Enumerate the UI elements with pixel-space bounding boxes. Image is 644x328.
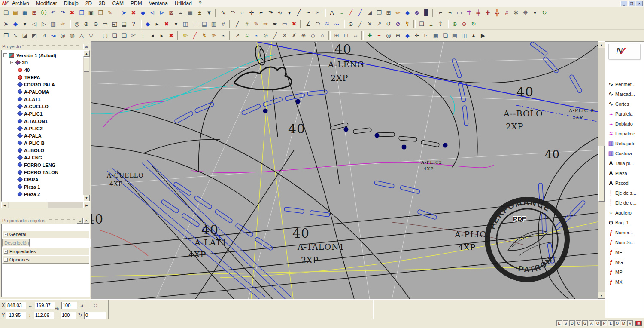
toolbar-icon[interactable]: ▭: [280, 19, 289, 29]
minimize-button[interactable]: _: [620, 1, 627, 6]
panel-pin-icon[interactable]: ⊡: [77, 218, 83, 224]
tool-item[interactable]: ∿ Perimet...: [605, 79, 644, 89]
toolbar-icon[interactable]: ⌂: [318, 31, 327, 40]
quick-key-button[interactable]: A: [589, 320, 594, 326]
toolbar-icon[interactable]: [447, 20, 449, 28]
toolbar-icon[interactable]: [432, 9, 434, 17]
tree-item[interactable]: Pieza 1: [3, 183, 90, 190]
menu-item[interactable]: PDM: [127, 0, 146, 7]
toolbar-icon[interactable]: ?: [129, 19, 138, 29]
tree-item[interactable]: FORRO LENG: [3, 161, 90, 169]
quick-key-button[interactable]: L: [608, 320, 614, 326]
section-general[interactable]: − General: [2, 230, 89, 238]
tree-item[interactable]: 40: [3, 66, 90, 74]
snap-settings-icon[interactable]: ∷: [92, 302, 99, 309]
toolbar-icon[interactable]: ⊘: [393, 19, 403, 29]
toolbar-icon[interactable]: ✗: [289, 31, 299, 40]
tree-item[interactable]: A-PLIC2: [3, 125, 90, 132]
toolbar-icon[interactable]: ✑: [58, 19, 67, 29]
toolbar-icon[interactable]: [116, 9, 118, 17]
toolbar-icon[interactable]: ⌐: [256, 8, 266, 18]
toolbar-icon[interactable]: ▸: [152, 19, 162, 29]
quick-key-button[interactable]: Q: [614, 320, 620, 326]
toolbar-icon[interactable]: #: [219, 19, 228, 29]
toolbar-icon[interactable]: ✎: [252, 19, 261, 29]
toolbar-icon[interactable]: ⊳: [157, 8, 167, 18]
toolbar-icon[interactable]: ◠: [228, 8, 237, 18]
toolbar-icon[interactable]: ↺: [384, 19, 393, 29]
toolbar-icon[interactable]: ⊡: [341, 31, 351, 40]
tree-item[interactable]: A-PALOMA: [3, 88, 90, 95]
tool-item[interactable]: ƒ MG: [605, 257, 644, 267]
toolbar-icon[interactable]: [324, 9, 326, 17]
toolbar-icon[interactable]: [413, 20, 416, 28]
toolbar-icon[interactable]: ╱: [233, 19, 242, 29]
toolbar-icon[interactable]: ⊞: [384, 8, 393, 18]
toolbar-icon[interactable]: ✕: [365, 19, 374, 29]
toolbar-icon[interactable]: ✒: [270, 19, 280, 29]
toolbar-icon[interactable]: ◁: [30, 19, 39, 29]
toolbar-icon[interactable]: ✖: [289, 19, 299, 29]
tool-item[interactable]: ⊙ Boq. 1: [605, 218, 644, 227]
toolbar-icon[interactable]: ⌐: [436, 8, 445, 18]
toolbar-icon[interactable]: ≍: [176, 8, 185, 18]
tool-item[interactable]: ƒ MX: [605, 277, 644, 287]
panel-grip[interactable]: [47, 219, 75, 222]
menu-item[interactable]: Archivo: [9, 0, 33, 7]
toolbar-icon[interactable]: ◎: [384, 31, 393, 40]
menu-item[interactable]: CAM: [109, 0, 127, 7]
toolbar-icon[interactable]: [328, 31, 331, 40]
toolbar-icon[interactable]: ⇕: [436, 19, 445, 29]
quick-key-button[interactable]: P: [601, 320, 607, 326]
toolbar-icon[interactable]: ⇈: [464, 8, 474, 18]
toolbar-icon[interactable]: ↗: [233, 31, 242, 40]
y-coordinate-input[interactable]: [6, 312, 26, 319]
section-opciones[interactable]: + Opciones: [2, 256, 89, 264]
panel-close-icon[interactable]: ✕: [83, 218, 89, 224]
tree-item[interactable]: FORRO PALA: [3, 81, 90, 88]
tree-vertical-scrollbar[interactable]: ▲ ▼: [83, 50, 90, 201]
toolbar-icon[interactable]: ✖: [67, 8, 77, 18]
toolbar-icon[interactable]: ⇔: [351, 31, 360, 40]
toolbar-icon[interactable]: ╬: [492, 8, 502, 18]
toolbar-icon[interactable]: ◆: [138, 8, 148, 18]
toolbar-icon[interactable]: #: [502, 8, 511, 18]
toolbar-icon[interactable]: ◎: [58, 31, 67, 40]
toolbar-icon[interactable]: ▤: [450, 31, 459, 40]
toolbar-icon[interactable]: ✛: [412, 31, 422, 40]
toolbar-icon[interactable]: ↘: [11, 31, 20, 40]
tree-item[interactable]: TREPA: [3, 74, 90, 81]
toolbar-icon[interactable]: ▣: [86, 8, 96, 18]
toolbar-icon[interactable]: ↷: [58, 8, 67, 18]
scroll-down-icon[interactable]: ▼: [598, 292, 605, 299]
toolbar-icon[interactable]: ◂: [148, 31, 157, 40]
toolbar-icon[interactable]: ╱: [270, 31, 280, 40]
toolbar-icon[interactable]: ○: [237, 8, 247, 18]
toolbar-icon[interactable]: −: [374, 31, 384, 40]
x-coordinate-input[interactable]: [6, 302, 26, 309]
toolbar-icon[interactable]: ≋: [322, 19, 332, 29]
toolbar-icon[interactable]: ❐: [374, 8, 384, 18]
toolbar-icon[interactable]: [229, 20, 231, 28]
toolbar-icon[interactable]: ✏: [393, 8, 403, 18]
toolbar-icon[interactable]: ⋮: [138, 31, 148, 40]
scroll-left-icon[interactable]: ◀: [1, 202, 8, 208]
close-button[interactable]: ✕: [636, 1, 643, 6]
scale-lock-icon[interactable]: ⊿: [78, 302, 85, 309]
toolbar-icon[interactable]: ✖: [167, 31, 176, 40]
tree-horizontal-scrollbar[interactable]: ◀ ▶: [1, 202, 90, 208]
angle-input[interactable]: [84, 312, 106, 319]
tool-item[interactable]: ▥ Rebajado: [605, 138, 644, 148]
tool-item[interactable]: A Pieza: [605, 168, 644, 178]
scrollbar-thumb[interactable]: [84, 57, 89, 72]
panel-grip[interactable]: [22, 45, 81, 48]
toolbar-icon[interactable]: [215, 9, 217, 17]
toolbar-icon[interactable]: ❐: [1, 31, 11, 40]
tool-item[interactable]: ≈ Doblado: [605, 119, 644, 129]
toolbar-icon[interactable]: ╱: [190, 31, 200, 40]
toolbar-icon[interactable]: ∿: [275, 8, 285, 18]
toolbar-icon[interactable]: ➤: [119, 8, 129, 18]
toolbar-icon[interactable]: ⊞: [30, 8, 39, 18]
height-input[interactable]: [34, 312, 54, 319]
quick-key-button[interactable]: D: [569, 320, 575, 326]
